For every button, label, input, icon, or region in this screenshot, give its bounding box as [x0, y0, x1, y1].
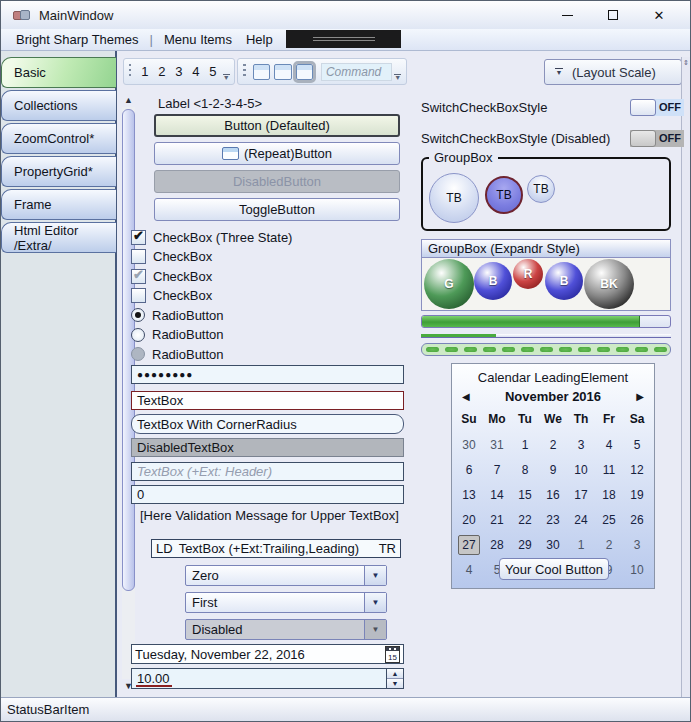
calendar-date[interactable]: 2 [542, 436, 564, 454]
checkbox-box[interactable]: ✔ [131, 230, 146, 245]
toolbar-number-5[interactable]: 5 [204, 64, 221, 79]
sidebar-tab-collections[interactable]: Collections [1, 90, 116, 121]
calendar-date-cell[interactable]: 13 [455, 484, 483, 509]
calendar-date[interactable]: 19 [626, 486, 648, 504]
textbox-input[interactable]: TextBox [131, 391, 404, 410]
calendar-date[interactable]: 29 [514, 536, 536, 554]
switch-thumb[interactable] [630, 99, 656, 116]
calendar-date[interactable]: 21 [486, 511, 508, 529]
calendar-date-cell[interactable]: 12 [623, 459, 651, 484]
sphere-button-g[interactable]: G [424, 259, 474, 309]
toolbar-number-3[interactable]: 3 [170, 64, 187, 79]
calendar-date[interactable]: 11 [598, 461, 620, 479]
calendar-date-cell[interactable]: 25 [595, 509, 623, 534]
calendar-date-cell[interactable]: 16 [539, 484, 567, 509]
slider-bar[interactable] [421, 334, 671, 338]
calendar-date-cell[interactable]: 17 [567, 484, 595, 509]
calendar-date-cell[interactable]: 9 [539, 459, 567, 484]
calendar-date[interactable]: 25 [598, 511, 620, 529]
calendar-date-cell[interactable]: 7 [483, 459, 511, 484]
calendar-date-cell[interactable]: 30 [455, 434, 483, 459]
calendar-date-cell[interactable]: 4 [455, 559, 483, 584]
menu-menu-items[interactable]: Menu Items [157, 32, 239, 47]
calendar-date[interactable]: 3 [570, 436, 592, 454]
checkbox-box[interactable] [131, 288, 146, 303]
calendar-date-cell[interactable]: 15 [511, 484, 539, 509]
sidebar-tab-frame[interactable]: Frame [1, 189, 116, 220]
calendar-date[interactable]: 5 [626, 436, 648, 454]
calendar-month[interactable]: November 2016 [478, 389, 628, 404]
calendar-date[interactable]: 13 [458, 486, 480, 504]
radio-circle[interactable] [131, 308, 145, 322]
expander-header[interactable]: GroupBox (Expandr Style) [422, 240, 670, 258]
radio-row[interactable]: RadioButton [131, 326, 224, 344]
calendar-date-cell[interactable]: 19 [623, 484, 651, 509]
checkbox-row[interactable]: ✔CheckBox (Three State) [131, 228, 292, 246]
calendar-date-cell[interactable]: 30 [539, 534, 567, 559]
close-button[interactable]: ✕ [636, 1, 682, 29]
switch-checkbox[interactable]: OFF [630, 99, 684, 116]
calendar-date-cell[interactable]: 23 [539, 509, 567, 534]
toolbar-number-1[interactable]: 1 [136, 64, 153, 79]
toolbar-grip-icon[interactable] [243, 64, 246, 79]
window-style-icon-1[interactable] [253, 64, 270, 80]
calendar-date[interactable]: 22 [514, 511, 536, 529]
calendar-date[interactable]: 6 [458, 461, 480, 479]
checkbox-row[interactable]: CheckBox [131, 287, 212, 305]
calendar-date-cell[interactable]: 26 [623, 509, 651, 534]
zero-textbox[interactable]: 0 [131, 485, 404, 504]
calendar-date-cell[interactable]: 2 [595, 534, 623, 559]
default-button[interactable]: Button (Defaulted) [154, 114, 400, 137]
calendar-date-cell[interactable]: 20 [455, 509, 483, 534]
menu-bright-sharp-themes[interactable]: Bright Sharp Themes [9, 32, 146, 47]
radio-row[interactable]: RadioButton [131, 345, 224, 363]
calendar-date[interactable]: 4 [458, 561, 480, 579]
calendar-date-cell[interactable]: 2 [539, 434, 567, 459]
tb-toggle-button[interactable]: TB [485, 176, 523, 214]
calendar-date-cell[interactable]: 8 [511, 459, 539, 484]
toolbar-number-4[interactable]: 4 [187, 64, 204, 79]
combo-zero[interactable]: Zero ▼ [185, 565, 387, 586]
sidebar-tab-basic[interactable]: Basic [1, 57, 116, 88]
spin-up-icon[interactable]: ▲ [387, 669, 403, 679]
calendar-date-cell[interactable]: 14 [483, 484, 511, 509]
ld-textbox[interactable]: LD TextBox (+Ext:Trailing,Leading) TR [151, 539, 401, 558]
calendar-date-cell[interactable]: 11 [595, 459, 623, 484]
calendar-date[interactable]: 2 [598, 536, 620, 554]
menu-dark-grip[interactable] [286, 30, 401, 48]
toolbar-grip-icon[interactable] [129, 64, 131, 79]
toolbar-number-2[interactable]: 2 [153, 64, 170, 79]
calendar-date[interactable]: 15 [514, 486, 536, 504]
calendar-date-cell[interactable]: 22 [511, 509, 539, 534]
header-textbox[interactable]: TextBox (+Ext: Header) [131, 462, 404, 481]
calendar-date[interactable]: 10 [626, 561, 648, 579]
datepicker[interactable]: Tuesday, November 22, 2016 15 [131, 644, 404, 664]
sphere-button-r[interactable]: R [513, 259, 543, 289]
checkbox-row[interactable]: CheckBox [131, 248, 212, 266]
calendar-date[interactable]: 14 [486, 486, 508, 504]
layout-scale-dropdown[interactable]: ▼ (Layout Scale) [544, 59, 682, 85]
chevron-down-icon[interactable]: ▼ [364, 593, 386, 612]
checkbox-box[interactable] [131, 249, 146, 264]
calendar-date[interactable]: 1 [514, 436, 536, 454]
sidebar-tab-zoomcontrol-[interactable]: ZoomControl* [1, 123, 116, 154]
radio-row[interactable]: RadioButton [131, 306, 224, 324]
minimize-button[interactable] [544, 1, 590, 29]
command-input[interactable]: Command [321, 63, 392, 81]
calendar-date[interactable]: 28 [486, 536, 508, 554]
calendar-date[interactable]: 30 [542, 536, 564, 554]
calendar-date-cell[interactable]: 29 [511, 534, 539, 559]
scroll-up-icon[interactable]: ▲ [119, 93, 138, 107]
calendar-date[interactable]: 17 [570, 486, 592, 504]
calendar-date[interactable]: 3 [626, 536, 648, 554]
calendar-date-cell[interactable]: 10 [623, 559, 651, 584]
calendar-date-cell[interactable]: 27 [455, 534, 483, 559]
calendar-date[interactable]: 24 [570, 511, 592, 529]
calendar-date-cell[interactable]: 3 [567, 434, 595, 459]
calendar-date[interactable]: 7 [486, 461, 508, 479]
corner-radius-textbox[interactable]: TextBox With CornerRadius [131, 414, 404, 434]
calendar-date[interactable]: 8 [514, 461, 536, 479]
calendar-date[interactable]: 26 [626, 511, 648, 529]
repeat-button[interactable]: (Repeat)Button [154, 142, 400, 165]
calendar-date-cell[interactable]: 1 [567, 534, 595, 559]
